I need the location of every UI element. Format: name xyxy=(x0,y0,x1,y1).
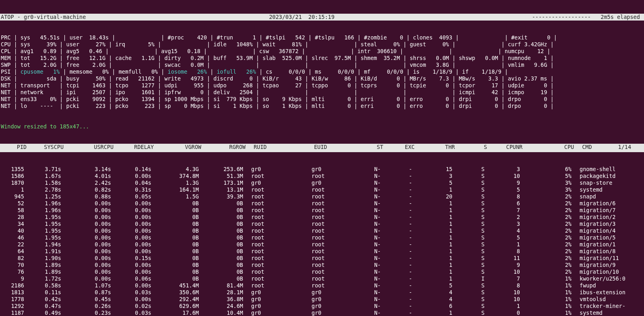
process-row[interactable]: 13553.71s3.14s0.14s4.3G253.6Mgr0gr0N--15… xyxy=(1,166,643,173)
cell-rdelay: 0.14s xyxy=(111,166,151,173)
cell-usrcpu: 0.88s xyxy=(61,193,111,200)
process-row[interactable]: 18701.58s2.42s0.04s1.3G173.1Mgr0gr0N--5S… xyxy=(1,180,643,186)
cell-st: N- xyxy=(368,282,381,289)
col-header-rgrow[interactable]: RGROW xyxy=(201,144,246,151)
process-row[interactable]: 521.96s0.00s0.00s0B0BrootrootN--1S62%mig… xyxy=(1,200,643,207)
process-row[interactable]: 9451.25s0.88s0.05s1.5G39.3MrootrootN--20… xyxy=(1,193,643,200)
process-row[interactable]: 17780.42s0.45s0.00s292.4M36.8Mgr0gr0N--4… xyxy=(1,296,643,303)
col-header-exc[interactable]: EXC xyxy=(383,144,415,151)
process-row[interactable]: 11870.49s0.23s0.03s17.6M10.4Mgr0gr0N--1S… xyxy=(1,310,643,316)
process-row[interactable]: 461.95s0.00s0.00s0B0BrootrootN--1S52%mig… xyxy=(1,234,643,241)
process-row[interactable]: 821.90s0.00s0.15s0B0BrootrootN--1S112%mi… xyxy=(1,255,643,262)
cell-pid: 1187 xyxy=(1,310,24,316)
cell-usrcpu: 0.00s xyxy=(61,255,111,262)
cell-exc: - xyxy=(381,296,412,303)
process-row[interactable]: 341.95s0.00s0.00s0B0BrootrootN--1S32%mig… xyxy=(1,221,643,227)
col-header-s[interactable]: S xyxy=(455,144,487,151)
cell-s: S xyxy=(452,221,485,227)
col-header-cmd[interactable]: CMD 1/14 xyxy=(574,144,644,151)
cell-cpunr: 9 xyxy=(485,262,520,268)
cell-syscpu: 1.96s xyxy=(24,200,61,207)
cell-syscpu: 1.96s xyxy=(24,207,61,214)
col-header-ruid[interactable]: RUID xyxy=(246,144,310,151)
cell-exc: - xyxy=(381,248,412,255)
col-header-thr[interactable]: THR xyxy=(415,144,455,151)
cell-pid: 46 xyxy=(1,234,24,241)
process-row[interactable]: 15861.67s4.01s0.00s374.8M51.3MrootrootN-… xyxy=(1,173,643,180)
cell-vgrow: 164.1M xyxy=(151,186,199,193)
cell-pid: 1586 xyxy=(1,173,24,180)
cell-euid: root xyxy=(308,275,368,282)
cell-exc: - xyxy=(381,173,412,180)
col-header-euid[interactable]: EUID xyxy=(310,144,370,151)
cell-s: S xyxy=(452,248,485,255)
process-row[interactable]: 701.89s0.00s0.00s0B0BrootrootN--1S92%mig… xyxy=(1,262,643,268)
cell-pid: 28 xyxy=(1,214,24,221)
cell-s: S xyxy=(452,227,485,234)
process-row[interactable]: 761.89s0.00s0.00s0B0BrootrootN--1S102%mi… xyxy=(1,268,643,275)
col-header-cpunr[interactable]: CPUNR xyxy=(487,144,522,151)
process-row[interactable]: 401.95s0.00s0.00s0B0BrootrootN--1S42%mig… xyxy=(1,227,643,234)
cell-rgrow: 39.3M xyxy=(199,193,243,200)
cell-cpu: 2% xyxy=(520,221,572,227)
cell-s: S xyxy=(452,255,485,262)
cell-cpunr: 8 xyxy=(485,248,520,255)
process-row[interactable]: 12920.47s0.26s0.02s629.6M24.6Mgr0gr0N--6… xyxy=(1,303,643,310)
cell-vgrow: 629.6M xyxy=(151,303,199,310)
cell-euid: gr0 xyxy=(308,180,368,186)
process-row[interactable]: 91.72s0.00s0.06s0B0BrootrootN--1I71%kwor… xyxy=(1,275,643,282)
cell-cmd: migration/5 xyxy=(572,234,644,241)
col-header-vgrow[interactable]: VGROW xyxy=(154,144,201,151)
system-stats-panel: PRC | sys 45.51s | user 18.43s | | #proc… xyxy=(0,34,644,109)
cell-s: S xyxy=(452,207,485,214)
terminal-window[interactable]: ATOP - gr0-virtual-machine 2023/03/21 20… xyxy=(0,0,644,316)
cell-cpu: 3% xyxy=(520,180,572,186)
process-table-header[interactable]: PIDSYSCPUUSRCPURDELAYVGROWRGROWRUIDEUIDS… xyxy=(0,144,644,152)
process-row[interactable]: 581.96s0.00s0.00s0B0BrootrootN--1S72%mig… xyxy=(1,207,643,214)
cell-cmd: systemd xyxy=(572,310,644,316)
cell-rgrow: 0B xyxy=(199,214,243,221)
cell-s: S xyxy=(452,214,485,221)
cell-cpunr: 10 xyxy=(485,296,520,303)
cell-exc: - xyxy=(381,282,412,289)
cell-euid: root xyxy=(308,227,368,234)
cell-vgrow: 0B xyxy=(151,248,199,255)
process-row[interactable]: 18130.11s0.87s0.03s350.6M28.1Mgr0gr0N--4… xyxy=(1,289,643,296)
system-stat-line: SWP | tot 2.0G | free 2.0G | | swcac 0.0… xyxy=(1,62,643,68)
cell-s: S xyxy=(452,268,485,275)
col-header-st[interactable]: ST xyxy=(370,144,383,151)
cell-usrcpu: 0.00s xyxy=(61,248,111,255)
process-table-body[interactable]: 13553.71s3.14s0.14s4.3G253.6Mgr0gr0N--15… xyxy=(0,166,644,316)
cell-cpunr: 6 xyxy=(485,200,520,207)
cell-rgrow: 0B xyxy=(199,248,243,255)
cell-euid: root xyxy=(308,241,368,248)
cell-pid: 9 xyxy=(1,275,24,282)
col-header-rdelay[interactable]: RDELAY xyxy=(114,144,154,151)
cell-cmd: migration/11 xyxy=(572,255,644,262)
cell-usrcpu: 2.42s xyxy=(61,180,111,186)
system-stat-line: MEM | tot 15.2G | free 12.1G | cache 1.1… xyxy=(1,55,643,62)
cell-st: N- xyxy=(368,248,381,255)
process-row[interactable]: 641.91s0.00s0.00s0B0BrootrootN--1S82%mig… xyxy=(1,248,643,255)
cell-syscpu: 1.95s xyxy=(24,227,61,234)
process-row[interactable]: 12.78s0.82s0.31s164.1M13.1MrootrootN--1S… xyxy=(1,186,643,193)
col-header-cpu[interactable]: CPU xyxy=(522,144,574,151)
cell-vgrow: 1.5G xyxy=(151,193,199,200)
cell-pid: 58 xyxy=(1,207,24,214)
cell-usrcpu: 1.07s xyxy=(61,282,111,289)
process-row[interactable]: 221.94s0.00s0.00s0B0BrootrootN--1S12%mig… xyxy=(1,241,643,248)
cell-cpu: 2% xyxy=(520,234,572,241)
cell-usrcpu: 0.45s xyxy=(61,296,111,303)
col-header-syscpu[interactable]: SYSCPU xyxy=(27,144,64,151)
cell-euid: root xyxy=(308,234,368,241)
process-row[interactable]: 21860.58s1.07s0.00s451.4M81.4MrootrootN-… xyxy=(1,282,643,289)
cell-rdelay: 0.00s xyxy=(111,296,151,303)
cell-thr: 1 xyxy=(412,310,452,316)
col-header-usrcpu[interactable]: USRCPU xyxy=(64,144,114,151)
cell-rgrow: 0B xyxy=(199,241,243,248)
atop-title: ATOP - gr0-virtual-machine xyxy=(1,14,86,21)
cell-st: N- xyxy=(368,241,381,248)
cell-cmd: migration/9 xyxy=(572,262,644,268)
col-header-pid[interactable]: PID xyxy=(3,144,27,151)
process-row[interactable]: 281.95s0.00s0.00s0B0BrootrootN--1S22%mig… xyxy=(1,214,643,221)
